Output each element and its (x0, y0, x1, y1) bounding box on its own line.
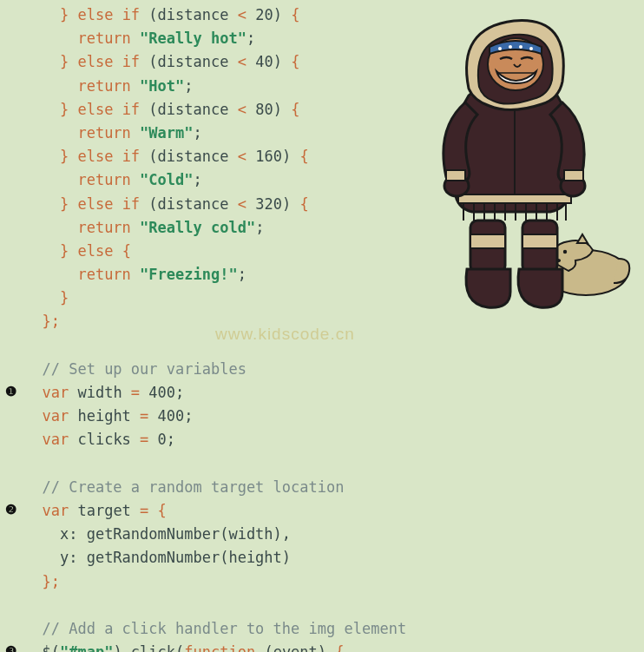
svg-point-26 (519, 45, 522, 49)
code-line: ❷ var target = { (0, 499, 644, 523)
code-line: // Set up our variables (0, 358, 644, 381)
code-line: var clicks = 0; (0, 428, 644, 451)
code-line: var height = 400; (0, 405, 644, 428)
svg-rect-18 (522, 234, 557, 248)
callout-bullet: ❶ (5, 381, 16, 402)
code-line: ❸ $("#map").click(function (event) { (0, 641, 644, 652)
svg-point-25 (509, 45, 512, 49)
svg-rect-17 (470, 234, 505, 248)
svg-rect-22 (564, 170, 583, 181)
code-line (0, 452, 644, 476)
code-line: // Create a random target location (0, 476, 644, 499)
eskimo-illustration (417, 9, 634, 321)
svg-point-27 (529, 47, 533, 50)
code-line (0, 334, 644, 358)
callout-bullet: ❷ (5, 499, 16, 520)
code-line: // Add a click handler to the img elemen… (0, 617, 644, 641)
callout-bullet: ❸ (5, 641, 16, 652)
svg-rect-21 (446, 170, 465, 181)
svg-point-1 (563, 250, 567, 254)
svg-point-24 (498, 47, 502, 50)
code-line: y: getRandomNumber(height) (0, 546, 644, 570)
code-line: ❶ var width = 400; (0, 381, 644, 405)
code-line: }; (0, 570, 644, 594)
code-line: x: getRandomNumber(width), (0, 523, 644, 546)
code-line (0, 594, 644, 617)
